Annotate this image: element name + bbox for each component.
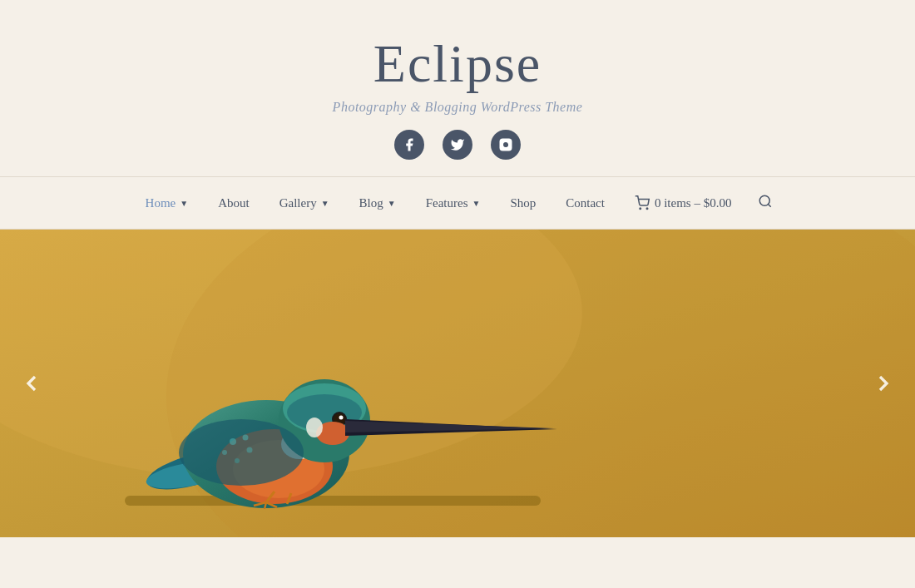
nav-item-blog[interactable]: Blog ▼ (348, 191, 408, 215)
svg-point-3 (646, 208, 648, 210)
search-button[interactable] (749, 189, 781, 217)
chevron-right-icon (870, 370, 897, 397)
chevron-down-icon: ▼ (180, 199, 188, 208)
svg-point-4 (760, 195, 770, 205)
chevron-down-icon: ▼ (388, 199, 396, 208)
nav-item-shop[interactable]: Shop (498, 191, 547, 215)
main-navigation: Home ▼ About Gallery ▼ Blog ▼ Features ▼… (0, 176, 915, 230)
nav-item-home[interactable]: Home ▼ (134, 191, 200, 215)
site-title: Eclipse (373, 33, 542, 95)
nav-item-about[interactable]: About (206, 191, 261, 215)
chevron-left-icon (18, 370, 45, 397)
svg-point-30 (247, 447, 253, 453)
site-header: Eclipse Photography & Blogging WordPress… (0, 0, 915, 176)
nav-item-contact[interactable]: Contact (554, 191, 616, 215)
cart-label: 0 items – $0.00 (655, 196, 732, 210)
svg-point-31 (235, 458, 240, 463)
svg-line-5 (769, 204, 771, 206)
svg-point-2 (640, 208, 641, 210)
svg-point-21 (339, 416, 344, 420)
nav-item-gallery[interactable]: Gallery ▼ (268, 191, 341, 215)
svg-point-29 (222, 450, 227, 455)
svg-point-23 (306, 418, 323, 437)
hero-image (0, 230, 915, 537)
chevron-down-icon: ▼ (472, 199, 480, 208)
svg-point-27 (230, 438, 236, 445)
nav-item-features[interactable]: Features ▼ (414, 191, 492, 215)
svg-rect-9 (125, 496, 541, 506)
site-tagline: Photography & Blogging WordPress Theme (333, 100, 583, 115)
cart-button[interactable]: 0 items – $0.00 (623, 190, 744, 215)
instagram-icon[interactable] (491, 130, 521, 160)
slideshow-next-button[interactable] (865, 365, 902, 402)
twitter-icon[interactable] (443, 130, 472, 160)
hero-slideshow (0, 230, 915, 537)
chevron-down-icon: ▼ (321, 199, 329, 208)
svg-point-26 (179, 419, 304, 486)
social-icons-group (394, 130, 521, 160)
facebook-icon[interactable] (394, 130, 424, 160)
slideshow-prev-button[interactable] (13, 365, 50, 402)
search-icon (758, 194, 773, 209)
svg-point-28 (243, 435, 249, 441)
